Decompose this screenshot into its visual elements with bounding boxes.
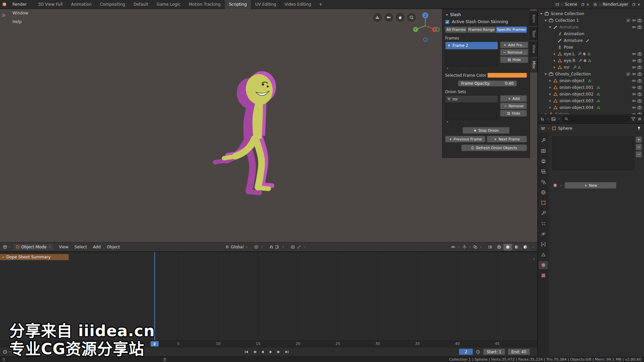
filter-specific-frames[interactable]: Specific Frames: [496, 26, 527, 33]
jump-start-button[interactable]: [243, 349, 250, 355]
eye-icon[interactable]: [632, 78, 636, 83]
list-resize-handle[interactable]: ····: [463, 66, 470, 70]
tri-right-icon[interactable]: [548, 79, 552, 83]
pivot-point-button[interactable]: [254, 245, 259, 249]
camera-view-button[interactable]: [384, 13, 393, 22]
editor-type-button[interactable]: [541, 126, 545, 131]
properties-tab-texture[interactable]: [539, 272, 548, 280]
proportional-edit-toggle[interactable]: [290, 245, 295, 249]
play-button[interactable]: [267, 349, 274, 355]
eye-icon[interactable]: [632, 18, 636, 23]
falloff-button[interactable]: [297, 245, 302, 249]
camera-icon[interactable]: [637, 78, 642, 83]
eye-icon[interactable]: [632, 52, 636, 56]
sidebar-tab-view[interactable]: View: [530, 41, 537, 57]
outliner-row-pose[interactable]: Pose: [538, 44, 644, 51]
delete-scene-button[interactable]: [586, 3, 590, 6]
panel-collapse-icon[interactable]: [445, 13, 449, 17]
checkbox-icon[interactable]: [626, 72, 631, 76]
slot-specials-button[interactable]: [636, 151, 642, 158]
outliner-row-scene-collection[interactable]: Scene Collection: [538, 10, 644, 17]
outliner-row-onion-object-003[interactable]: onion-object.003: [538, 98, 644, 104]
workspace-tab-game-logic[interactable]: Game Logic: [153, 0, 185, 9]
frames-list-item[interactable]: Frame 2: [445, 42, 498, 49]
filter-frames-range[interactable]: Frames Range: [467, 26, 495, 33]
hide-set-button[interactable]: Hide: [500, 110, 527, 117]
frame-opacity-slider[interactable]: Frame Opacity: 0.40: [458, 80, 517, 86]
filter-all-frames[interactable]: All Frames: [445, 26, 467, 33]
eye-icon[interactable]: [632, 72, 636, 76]
menu-render[interactable]: Render: [9, 0, 32, 9]
tri-right-icon[interactable]: [548, 85, 552, 89]
visibility-dropdown[interactable]: [451, 245, 455, 249]
properties-tab-world[interactable]: [539, 188, 548, 196]
properties-tab-constraints[interactable]: [539, 240, 548, 248]
snap-toggle[interactable]: [269, 245, 274, 249]
tri-right-icon[interactable]: [552, 65, 556, 69]
eye-icon[interactable]: [632, 105, 636, 110]
3d-viewport[interactable]: Z Y X Slash Active Slash Onion Skinning …: [0, 9, 537, 251]
workspace-tab-uv-editing[interactable]: UV Editing: [251, 0, 281, 9]
workspace-tab-compositing[interactable]: Compositing: [96, 0, 129, 9]
eye-icon[interactable]: [632, 92, 636, 97]
frame-color-swatch[interactable]: [487, 73, 527, 78]
properties-tab-tool[interactable]: [539, 136, 548, 144]
sidebar-tab-misc[interactable]: Misc: [530, 58, 537, 72]
checkbox-icon[interactable]: [626, 18, 631, 23]
outliner-row-armature[interactable]: Armature: [538, 37, 644, 44]
camera-icon[interactable]: [637, 18, 642, 23]
add-frame-button[interactable]: Add Fra...: [500, 42, 528, 48]
outliner-row-onion-object[interactable]: onion-object: [538, 77, 644, 84]
prev-keyframe-button[interactable]: [251, 349, 258, 355]
properties-tab-material[interactable]: [539, 261, 548, 269]
previous-frame-button[interactable]: Previous Frame: [445, 136, 485, 142]
workspace-tab-animation[interactable]: Animation: [67, 0, 96, 9]
pan-hand-button[interactable]: [396, 13, 405, 22]
stop-onion-button[interactable]: Stop Onion: [463, 127, 509, 134]
viewport-menu-add[interactable]: Add: [90, 245, 104, 249]
new-view-layer-button[interactable]: [632, 3, 636, 6]
next-keyframe-button[interactable]: [275, 349, 282, 355]
viewport-menu-select[interactable]: Select: [71, 245, 90, 249]
properties-tab-particles[interactable]: [539, 220, 548, 228]
snap-target-button[interactable]: [275, 245, 280, 249]
editor-type-button[interactable]: [3, 245, 7, 249]
workspace-tab-scripting[interactable]: Scripting: [225, 0, 251, 9]
tri-right-icon[interactable]: [552, 52, 556, 56]
pin-icon[interactable]: [637, 126, 641, 131]
shading-material-button[interactable]: [512, 244, 521, 250]
outliner-row-collection-1[interactable]: Collection 1: [538, 17, 644, 24]
sidebar-tab-item[interactable]: Item: [530, 11, 537, 26]
scene-selector[interactable]: Scene: [553, 1, 580, 8]
display-mode-button[interactable]: [551, 117, 556, 121]
camera-icon[interactable]: [637, 52, 642, 56]
workspace-tab-video-editing[interactable]: Video Editing: [280, 0, 315, 9]
properties-tab-data[interactable]: [539, 251, 548, 259]
properties-tab-render[interactable]: [539, 147, 548, 155]
frame-start-field[interactable]: Start:1: [483, 349, 505, 355]
eye-icon[interactable]: [632, 99, 636, 103]
workspace-tab-3d-view-full[interactable]: 3D View Full: [34, 0, 67, 9]
workspace-tab-motion-tracking[interactable]: Motion Tracking: [185, 0, 225, 9]
outliner-row-onion-object-001[interactable]: onion-object.001: [538, 84, 644, 91]
tri-right-icon[interactable]: [548, 92, 552, 96]
xray-toggle[interactable]: [488, 245, 493, 249]
properties-tab-modifiers[interactable]: [539, 209, 548, 217]
use-preview-range-toggle[interactable]: [476, 350, 480, 354]
camera-icon[interactable]: [637, 25, 642, 29]
refresh-onion-button[interactable]: Refresh Onion Objects: [461, 144, 527, 151]
add-workspace-button[interactable]: +: [316, 0, 326, 9]
viewport-menu-view[interactable]: View: [56, 245, 71, 249]
shading-rendered-button[interactable]: [521, 244, 530, 250]
properties-tab-scene[interactable]: [539, 178, 548, 186]
grid-plane-button[interactable]: [373, 13, 382, 22]
hide-frame-button[interactable]: Hide: [500, 56, 528, 63]
camera-icon[interactable]: [637, 92, 642, 97]
frame-end-field[interactable]: End:40: [508, 349, 530, 355]
mode-selector[interactable]: Object Mode: [13, 243, 54, 251]
camera-icon[interactable]: [637, 85, 642, 90]
onion-set-item[interactable]: mr: [445, 96, 498, 103]
tri-down-icon[interactable]: [544, 18, 548, 22]
menu-help[interactable]: Help: [9, 17, 32, 26]
camera-icon[interactable]: [637, 99, 642, 103]
